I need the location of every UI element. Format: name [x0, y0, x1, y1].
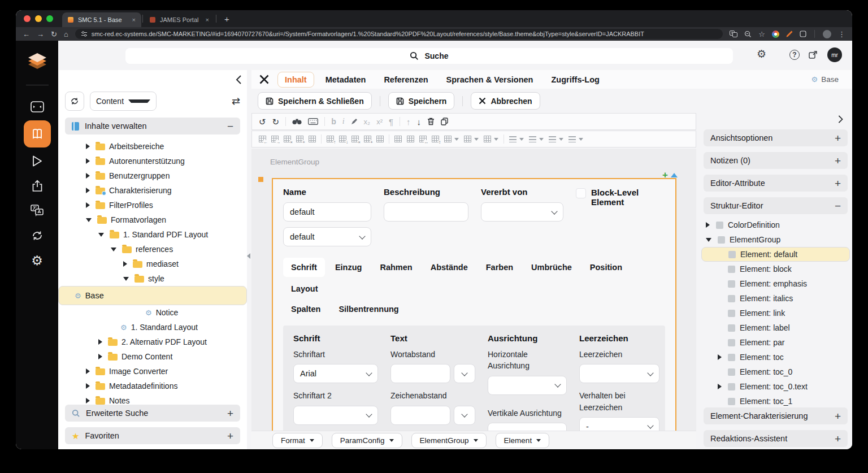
redo-icon[interactable]: ↻: [272, 118, 280, 126]
tree-item[interactable]: style: [58, 271, 247, 286]
expand-section-icon[interactable]: +: [835, 433, 841, 444]
schriftart-select[interactable]: Arial: [293, 364, 378, 383]
align-center-dropdown[interactable]: [529, 136, 544, 142]
tree-section-header[interactable]: Inhalte verwalten −: [65, 118, 240, 134]
browser-profile-avatar[interactable]: [823, 30, 831, 38]
caret-right-icon[interactable]: [718, 354, 722, 360]
zeichenabstand-input[interactable]: [390, 406, 450, 425]
tree-item[interactable]: Charakterisierung: [58, 183, 247, 198]
pen-extension-icon[interactable]: [786, 31, 793, 37]
zoom-window-button[interactable]: [46, 15, 53, 22]
delete-column-icon[interactable]: ×: [284, 136, 291, 142]
cell-top-align-dropdown[interactable]: [444, 136, 459, 142]
tab-inhalt[interactable]: Inhalt: [277, 72, 314, 88]
favorites-section[interactable]: ★ Favoriten +: [65, 427, 240, 444]
structure-item[interactable]: Element: block: [701, 262, 850, 276]
align-right-dropdown[interactable]: [549, 136, 563, 142]
insert-row-below-icon[interactable]: ↓: [339, 136, 346, 142]
structure-item-selected[interactable]: Element: default: [701, 247, 850, 262]
tab-close-icon[interactable]: ×: [132, 16, 136, 23]
search-bar[interactable]: Suche: [125, 48, 733, 64]
caret-right-icon[interactable]: [706, 222, 710, 228]
schriftart2-select[interactable]: [293, 406, 378, 425]
save-button[interactable]: Speichern: [388, 92, 455, 110]
style-tab-schrift[interactable]: Schrift: [283, 258, 325, 277]
structure-item[interactable]: Element: toc: [701, 350, 850, 364]
move-up-icon[interactable]: ↑: [406, 118, 411, 126]
forward-icon[interactable]: →: [37, 31, 44, 38]
duplicate-icon[interactable]: [441, 118, 448, 125]
advanced-search-section[interactable]: Erweiterte Suche +: [65, 405, 240, 422]
tree-item[interactable]: FilterProfiles: [58, 198, 247, 212]
expand-section-icon[interactable]: +: [835, 155, 841, 166]
zeichenabstand-unit-select[interactable]: [454, 406, 475, 425]
section-struktur-editor[interactable]: Struktur-Editor −: [704, 197, 848, 214]
tab-zugriffs-log[interactable]: Zugriffs-Log: [544, 72, 606, 87]
inherited-select[interactable]: [481, 202, 563, 222]
style-tab-einzug[interactable]: Einzug: [327, 258, 370, 277]
caret-right-icon[interactable]: [123, 261, 127, 267]
tree-item[interactable]: Formatvorlagen: [58, 212, 247, 227]
open-window-icon[interactable]: [809, 50, 818, 59]
sidebar-item-settings[interactable]: ⚙: [24, 248, 51, 273]
tree-item[interactable]: Demo Content: [58, 349, 247, 364]
find-icon[interactable]: [292, 118, 302, 125]
element-dropdown-button[interactable]: Element: [496, 433, 550, 448]
refresh-tree-button[interactable]: [65, 92, 84, 111]
tree-item[interactable]: Autorenunterstützung: [58, 154, 247, 168]
new-tab-button[interactable]: +: [218, 14, 236, 24]
delete-icon[interactable]: [427, 118, 435, 125]
tab-metadaten[interactable]: Metadaten: [319, 72, 373, 87]
structure-item[interactable]: Element: toc_0.text: [701, 379, 850, 394]
structure-item[interactable]: Element: emphasis: [701, 276, 850, 291]
style-tab-rahmen[interactable]: Rahmen: [372, 258, 420, 277]
leerzeichen-select[interactable]: [579, 364, 659, 383]
cell-bottom-align-dropdown[interactable]: [484, 136, 498, 142]
tree-item[interactable]: references: [58, 242, 247, 257]
wortabstand-input[interactable]: [390, 364, 450, 383]
swap-panels-icon[interactable]: ⇄: [232, 95, 240, 107]
table-height-icon[interactable]: ↕: [432, 136, 439, 142]
superscript-icon[interactable]: x²: [376, 118, 383, 125]
caret-down-icon[interactable]: [98, 233, 104, 237]
site-settings-icon[interactable]: [81, 31, 88, 37]
expand-section-icon[interactable]: +: [227, 408, 233, 419]
caret-right-icon[interactable]: [86, 202, 90, 208]
structure-item[interactable]: Element: toc_0: [701, 364, 850, 379]
highlight-icon[interactable]: [351, 118, 358, 125]
structure-item[interactable]: Element: italics: [701, 291, 850, 306]
tree-source-select[interactable]: Content: [90, 92, 157, 111]
browser-menu-icon[interactable]: ⋮: [838, 31, 845, 38]
structure-item[interactable]: Element: toc_1: [701, 394, 850, 407]
style-tab-abstaende[interactable]: Abstände: [423, 258, 476, 277]
tab-close-icon[interactable]: ×: [206, 16, 209, 23]
structure-item[interactable]: Element: par: [701, 335, 850, 350]
caret-right-icon[interactable]: [86, 144, 90, 149]
tree-item[interactable]: Image Converter: [58, 364, 247, 379]
back-icon[interactable]: ←: [23, 31, 30, 38]
bold-icon[interactable]: b: [331, 118, 336, 125]
zoom-icon[interactable]: [744, 31, 752, 38]
expand-section-icon[interactable]: +: [835, 178, 841, 189]
caret-right-icon[interactable]: [86, 158, 90, 164]
section-ansichtsoptionen[interactable]: Ansichtsoptionen +: [704, 129, 848, 146]
tree-item[interactable]: Arbeitsbereiche: [58, 139, 247, 154]
colorwheel-extension-icon[interactable]: [772, 31, 779, 38]
panel-splitter-handle[interactable]: [247, 253, 250, 259]
extension-icon[interactable]: [800, 31, 806, 37]
cell-middle-align-dropdown[interactable]: [464, 136, 479, 142]
minimize-window-button[interactable]: [35, 15, 42, 22]
split-column-icon[interactable]: [309, 136, 316, 142]
user-avatar[interactable]: mr: [827, 47, 842, 62]
home-icon[interactable]: ⌂: [64, 31, 68, 38]
insert-row-above-icon[interactable]: ↑: [327, 136, 334, 142]
collapse-right-panel-icon[interactable]: [836, 115, 844, 124]
tree-item[interactable]: ⚙Notice: [58, 305, 247, 320]
tree-item[interactable]: Benutzergruppen: [58, 168, 247, 183]
style-tab-spalten[interactable]: Spalten: [283, 300, 328, 319]
caret-right-icon[interactable]: [86, 368, 90, 374]
horizontale-ausrichtung-select[interactable]: [488, 376, 567, 395]
pilcrow-icon[interactable]: ¶: [389, 118, 393, 126]
caret-right-icon[interactable]: [86, 173, 90, 179]
sidebar-item-workspace[interactable]: [24, 94, 51, 119]
